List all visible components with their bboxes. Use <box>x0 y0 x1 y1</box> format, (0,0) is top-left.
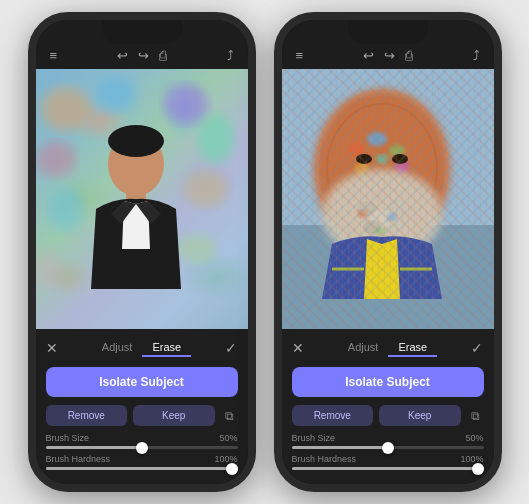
tab-adjust-right[interactable]: Adjust <box>338 339 389 357</box>
print-icon-left[interactable]: ⎙ <box>159 48 167 63</box>
menu-icon-right[interactable]: ≡ <box>296 48 304 63</box>
brush-size-label-left: Brush Size <box>46 433 90 443</box>
menu-icon-left[interactable]: ≡ <box>50 48 58 63</box>
top-bar-left: ≡ ↩ ↪ ⎙ ⤴ <box>36 20 248 69</box>
brush-size-value-left: 50% <box>219 433 237 443</box>
share-icon-left[interactable]: ⤴ <box>227 48 234 63</box>
phone-left: ≡ ↩ ↪ ⎙ ⤴ <box>28 12 256 492</box>
photo-area-right <box>282 69 494 329</box>
isolate-subject-button-left[interactable]: Isolate Subject <box>46 367 238 397</box>
remove-button-left[interactable]: Remove <box>46 405 128 426</box>
isolate-subject-button-right[interactable]: Isolate Subject <box>292 367 484 397</box>
brush-size-slider-right[interactable] <box>282 446 494 449</box>
artistic-overlay-right <box>282 69 494 329</box>
svg-point-11 <box>108 125 164 157</box>
share-icon-right[interactable]: ⤴ <box>473 48 480 63</box>
bottom-panel-left: ✕ Adjust Erase ✓ Isolate Subject Remove … <box>36 329 248 484</box>
photo-area-left <box>36 69 248 329</box>
brush-hardness-label-right: Brush Hardness <box>292 454 357 464</box>
keep-button-left[interactable]: Keep <box>133 405 215 426</box>
tab-adjust-left[interactable]: Adjust <box>92 339 143 357</box>
bottom-panel-right: ✕ Adjust Erase ✓ Isolate Subject Remove … <box>282 329 494 484</box>
remove-keep-row-left: Remove Keep ⧉ <box>36 401 248 430</box>
clipboard-icon-left[interactable]: ⧉ <box>221 407 238 425</box>
tab-bar-left: ✕ Adjust Erase ✓ <box>36 337 248 363</box>
keep-button-right[interactable]: Keep <box>379 405 461 426</box>
photo-right <box>282 69 494 329</box>
photo-left <box>36 69 248 329</box>
redo-icon-right[interactable]: ↪ <box>384 48 395 63</box>
brush-hardness-slider-right[interactable] <box>282 467 494 470</box>
undo-icon-left[interactable]: ↩ <box>117 48 128 63</box>
clipboard-icon-right[interactable]: ⧉ <box>467 407 484 425</box>
tab-erase-left[interactable]: Erase <box>142 339 191 357</box>
undo-icon-right[interactable]: ↩ <box>363 48 374 63</box>
close-button-left[interactable]: ✕ <box>46 340 58 356</box>
close-button-right[interactable]: ✕ <box>292 340 304 356</box>
checkmark-button-left[interactable]: ✓ <box>225 340 237 356</box>
brush-hardness-label-left: Brush Hardness <box>46 454 111 464</box>
brush-size-label-right: Brush Size <box>292 433 336 443</box>
remove-keep-row-right: Remove Keep ⧉ <box>282 401 494 430</box>
print-icon-right[interactable]: ⎙ <box>405 48 413 63</box>
tab-bar-right: ✕ Adjust Erase ✓ <box>282 337 494 363</box>
remove-button-right[interactable]: Remove <box>292 405 374 426</box>
top-bar-right: ≡ ↩ ↪ ⎙ ⤴ <box>282 20 494 69</box>
brush-size-slider-left[interactable] <box>36 446 248 449</box>
brush-size-value-right: 50% <box>465 433 483 443</box>
phone-right: ≡ ↩ ↪ ⎙ ⤴ <box>274 12 502 492</box>
checkmark-button-right[interactable]: ✓ <box>471 340 483 356</box>
redo-icon-left[interactable]: ↪ <box>138 48 149 63</box>
brush-hardness-slider-left[interactable] <box>36 467 248 470</box>
tab-erase-right[interactable]: Erase <box>388 339 437 357</box>
